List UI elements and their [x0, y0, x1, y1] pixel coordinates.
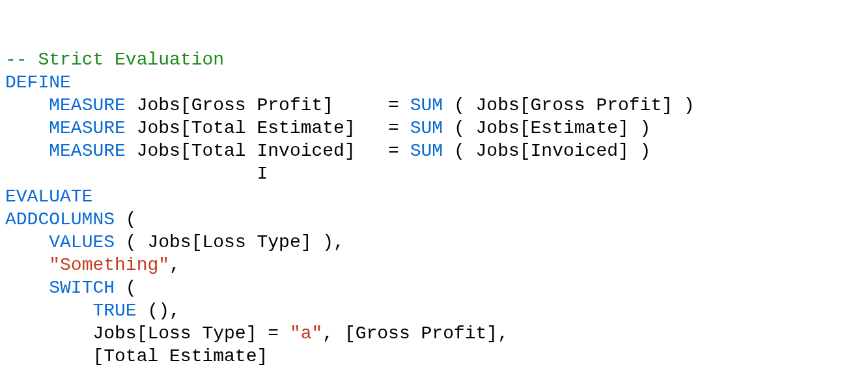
- comment-text: Strict Evaluation: [38, 50, 224, 70]
- evaluate-keyword: EVALUATE: [5, 186, 92, 207]
- indent: [5, 346, 92, 366]
- case-right: , [Gross Profit],: [322, 323, 509, 344]
- indent: [5, 301, 92, 321]
- cursor-indent: [5, 164, 257, 184]
- something-line: "Something",: [5, 255, 180, 275]
- sum-keyword: SUM: [410, 118, 443, 138]
- something-trail: ,: [169, 255, 180, 275]
- switch-line: SWITCH (: [5, 278, 137, 298]
- indent: [5, 323, 92, 344]
- comment-prefix: --: [5, 50, 38, 70]
- else-ref: [Total Estimate]: [92, 346, 268, 366]
- indent: [5, 141, 49, 161]
- cursor-line: I: [5, 164, 268, 184]
- code-block: -- Strict Evaluation DEFINE MEASURE Jobs…: [5, 48, 863, 369]
- measure-arg: ( Jobs[Estimate] ): [443, 118, 651, 138]
- case-string: "a": [290, 323, 322, 344]
- text-cursor-icon: I: [257, 164, 268, 184]
- measure-arg: ( Jobs[Gross Profit] ): [443, 95, 694, 115]
- indent: [5, 118, 49, 138]
- measure-line-2: MEASURE Jobs[Total Estimate] = SUM ( Job…: [5, 118, 651, 138]
- measure-line-1: MEASURE Jobs[Gross Profit] = SUM ( Jobs[…: [5, 95, 695, 115]
- switch-keyword: SWITCH: [49, 278, 115, 298]
- measure-keyword: MEASURE: [49, 141, 126, 161]
- true-trail: (),: [137, 301, 180, 321]
- else-line: [Total Estimate]: [5, 346, 268, 366]
- case-left: Jobs[Loss Type] =: [92, 323, 289, 344]
- something-string: "Something": [49, 255, 169, 275]
- values-arg: ( Jobs[Loss Type] ),: [115, 232, 344, 252]
- indent: [5, 255, 49, 275]
- measure-keyword: MEASURE: [49, 95, 126, 115]
- values-line: VALUES ( Jobs[Loss Type] ),: [5, 232, 344, 252]
- indent: [5, 95, 49, 115]
- indent: [5, 232, 49, 252]
- case-line-1: Jobs[Loss Type] = "a", [Gross Profit],: [5, 323, 509, 344]
- addcolumns-line: ADDCOLUMNS (: [5, 209, 137, 229]
- measure-line-3: MEASURE Jobs[Total Invoiced] = SUM ( Job…: [5, 141, 651, 161]
- measure-text: Jobs[Total Estimate] =: [126, 118, 410, 138]
- switch-open: (: [115, 278, 137, 298]
- measure-text: Jobs[Total Invoiced] =: [126, 141, 410, 161]
- sum-keyword: SUM: [410, 95, 443, 115]
- indent: [5, 278, 49, 298]
- addcolumns-open: (: [115, 209, 137, 229]
- true-keyword: TRUE: [92, 301, 136, 321]
- define-keyword: DEFINE: [5, 72, 71, 93]
- true-line: TRUE (),: [5, 301, 180, 321]
- values-keyword: VALUES: [49, 232, 115, 252]
- sum-keyword: SUM: [410, 141, 443, 161]
- comment-line: -- Strict Evaluation: [5, 50, 224, 70]
- addcolumns-keyword: ADDCOLUMNS: [5, 209, 115, 229]
- measure-keyword: MEASURE: [49, 118, 126, 138]
- measure-arg: ( Jobs[Invoiced] ): [443, 141, 651, 161]
- measure-text: Jobs[Gross Profit] =: [126, 95, 410, 115]
